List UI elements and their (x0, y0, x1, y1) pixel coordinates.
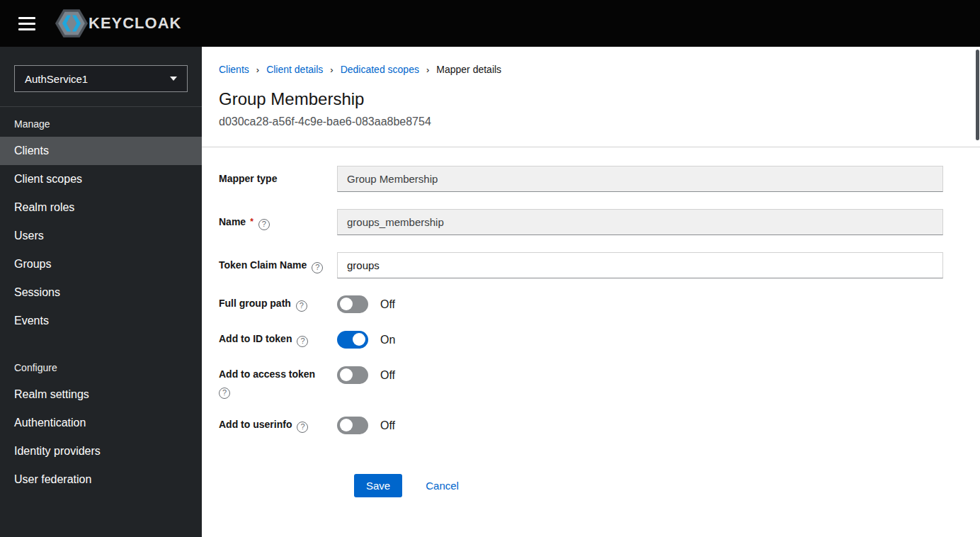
sidebar-item-realm-roles[interactable]: Realm roles (0, 193, 202, 222)
breadcrumb-item-mapper-details: Mapper details (436, 64, 501, 75)
toggle-knob (340, 419, 353, 431)
breadcrumb-item-dedicated-scopes[interactable]: Dedicated scopes (341, 64, 419, 75)
add-to-userinfo-label: Add to userinfo (219, 417, 337, 433)
breadcrumb-separator-icon (426, 64, 429, 75)
add-to-id-token-label: Add to ID token (219, 331, 337, 347)
nav-section-manage: Manage Clients Client scopes Realm roles… (0, 111, 202, 335)
add-to-userinfo-state: Off (380, 417, 395, 434)
full-group-path-control: Off (337, 295, 943, 313)
add-to-id-token-state: On (380, 331, 395, 349)
full-group-path-label: Full group path (219, 295, 337, 312)
page-header: Clients Client details Dedicated scopes … (202, 47, 980, 147)
keycloak-logo[interactable]: KEYCLOAK (55, 9, 181, 38)
form-actions: Save Cancel (354, 474, 943, 497)
breadcrumb-item-client-details[interactable]: Client details (266, 64, 323, 75)
sidebar-divider (0, 106, 202, 107)
sidebar-item-sessions[interactable]: Sessions (0, 278, 202, 307)
add-to-userinfo-help-icon[interactable] (297, 422, 308, 433)
form-row-add-to-access-token: Add to access token Off (219, 366, 943, 399)
breadcrumb: Clients Client details Dedicated scopes … (219, 64, 963, 75)
name-control (337, 209, 943, 235)
token-claim-name-label: Token Claim Name (219, 257, 337, 273)
sidebar-item-events[interactable]: Events (0, 307, 202, 335)
breadcrumb-separator-icon (330, 64, 333, 75)
required-asterisk: * (250, 217, 253, 227)
breadcrumb-item-clients[interactable]: Clients (219, 64, 249, 75)
save-button[interactable]: Save (354, 474, 402, 497)
brand-text: KEYCLOAK (89, 14, 181, 33)
form-row-full-group-path: Full group path Off (219, 295, 943, 313)
add-to-access-token-label-text: Add to access token (219, 368, 315, 380)
add-to-userinfo-toggle[interactable] (337, 417, 368, 434)
token-claim-name-input[interactable] (337, 252, 943, 278)
form-row-token-claim-name: Token Claim Name (219, 252, 943, 278)
sidebar-item-user-federation[interactable]: User federation (0, 465, 202, 494)
scrollbar[interactable] (976, 50, 979, 140)
add-to-id-token-control: On (337, 331, 943, 349)
add-to-access-token-help-icon[interactable] (219, 388, 230, 399)
sidebar-item-authentication[interactable]: Authentication (0, 409, 202, 437)
toggle-knob (353, 333, 365, 346)
add-to-id-token-toggle[interactable] (337, 331, 368, 349)
cancel-button[interactable]: Cancel (426, 480, 459, 492)
full-group-path-state: Off (380, 295, 395, 313)
nav-section-configure: Configure Realm settings Authentication … (0, 355, 202, 494)
mapper-type-control (337, 166, 943, 192)
realm-selector-container: AuthService1 (14, 65, 188, 92)
sidebar-item-client-scopes[interactable]: Client scopes (0, 165, 202, 193)
breadcrumb-separator-icon (256, 64, 259, 75)
form-row-add-to-userinfo: Add to userinfo Off (219, 417, 943, 434)
mapper-form: Mapper type Name* Token Claim Name (202, 147, 980, 497)
full-group-path-label-text: Full group path (219, 298, 291, 309)
add-to-access-token-toggle[interactable] (337, 366, 368, 384)
nav-section-configure-title: Configure (0, 355, 202, 380)
main-content: Clients Client details Dedicated scopes … (202, 47, 980, 537)
toggle-knob (340, 298, 353, 310)
full-group-path-toggle[interactable] (337, 295, 368, 313)
token-claim-name-help-icon[interactable] (312, 262, 323, 273)
hamburger-menu-button[interactable] (13, 9, 41, 38)
add-to-userinfo-label-text: Add to userinfo (219, 419, 292, 430)
name-label: Name* (219, 214, 337, 230)
mapper-type-label: Mapper type (219, 171, 337, 187)
nav-section-manage-title: Manage (0, 111, 202, 137)
masthead: KEYCLOAK (0, 0, 980, 47)
full-group-path-help-icon[interactable] (296, 300, 307, 312)
toggle-knob (340, 368, 353, 381)
add-to-id-token-label-text: Add to ID token (219, 333, 292, 344)
token-claim-name-label-text: Token Claim Name (219, 259, 307, 271)
add-to-id-token-help-icon[interactable] (297, 336, 308, 347)
realm-selector[interactable]: AuthService1 (14, 65, 188, 92)
page-title: Group Membership (219, 89, 963, 109)
realm-selector-label: AuthService1 (25, 73, 88, 85)
mapper-type-label-text: Mapper type (219, 173, 277, 184)
sidebar: AuthService1 Manage Clients Client scope… (0, 47, 202, 537)
sidebar-item-identity-providers[interactable]: Identity providers (0, 437, 202, 465)
sidebar-item-users[interactable]: Users (0, 222, 202, 250)
name-help-icon[interactable] (258, 219, 270, 230)
form-row-add-to-id-token: Add to ID token On (219, 331, 943, 349)
form-row-name: Name* (219, 209, 943, 235)
token-claim-name-control (337, 252, 943, 278)
add-to-access-token-state: Off (380, 366, 395, 384)
mapper-type-input (337, 166, 943, 192)
keycloak-icon (55, 9, 88, 38)
chevron-down-icon (170, 77, 177, 81)
add-to-access-token-control: Off (337, 366, 943, 384)
add-to-access-token-label: Add to access token (219, 366, 337, 399)
add-to-userinfo-control: Off (337, 417, 943, 434)
form-row-mapper-type: Mapper type (219, 166, 943, 192)
name-input (337, 209, 943, 235)
mapper-id: d030ca28-a56f-4c9e-bae6-083aa8be8754 (219, 115, 963, 128)
sidebar-item-clients[interactable]: Clients (0, 137, 202, 165)
name-label-text: Name (219, 216, 246, 227)
hamburger-icon (18, 23, 35, 25)
sidebar-item-groups[interactable]: Groups (0, 250, 202, 278)
sidebar-item-realm-settings[interactable]: Realm settings (0, 380, 202, 409)
